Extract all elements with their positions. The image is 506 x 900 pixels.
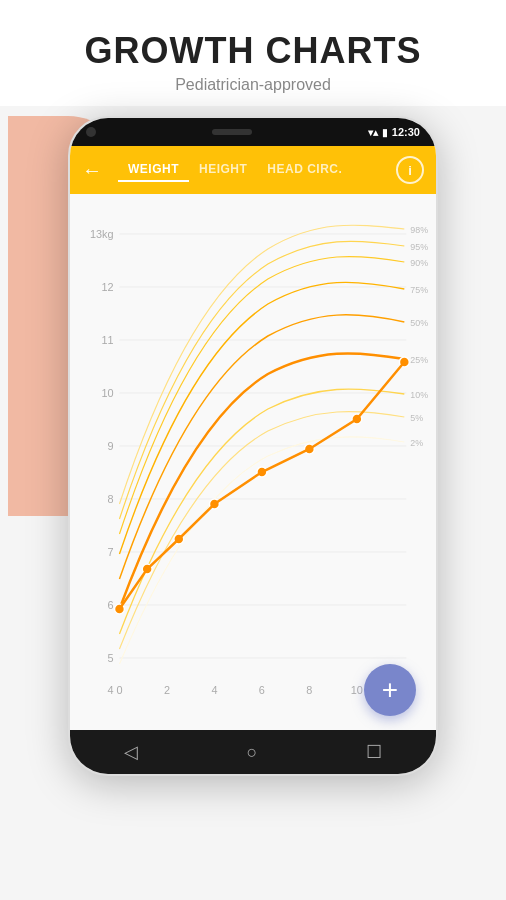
svg-text:4: 4 xyxy=(107,684,113,696)
svg-text:10: 10 xyxy=(351,684,363,696)
svg-text:4: 4 xyxy=(211,684,217,696)
tab-height[interactable]: HEIGHT xyxy=(189,158,257,182)
add-entry-button[interactable]: + xyxy=(364,664,416,716)
svg-text:6: 6 xyxy=(107,599,113,611)
phone-frame: ▾▴ ▮ 12:30 ← WEIGHT HEIGHT HEAD CIRC. i xyxy=(68,116,438,776)
svg-text:0: 0 xyxy=(116,684,122,696)
svg-text:95%: 95% xyxy=(410,242,428,252)
speaker xyxy=(212,129,252,135)
tab-weight[interactable]: WEIGHT xyxy=(118,158,189,182)
wifi-icon: ▾▴ xyxy=(368,127,378,138)
svg-text:90%: 90% xyxy=(410,258,428,268)
page-header: GROWTH CHARTS Pediatrician-approved xyxy=(0,0,506,106)
chart-container: 13kg 12 11 10 9 8 7 6 5 4 0 2 4 6 8 10 1… xyxy=(70,194,436,730)
status-bar: ▾▴ ▮ 12:30 xyxy=(70,118,436,146)
info-button[interactable]: i xyxy=(396,156,424,184)
nav-home-button[interactable]: ○ xyxy=(247,742,258,763)
svg-text:12: 12 xyxy=(101,281,113,293)
app-toolbar: ← WEIGHT HEIGHT HEAD CIRC. i xyxy=(70,146,436,194)
svg-text:8: 8 xyxy=(306,684,312,696)
svg-text:98%: 98% xyxy=(410,225,428,235)
plus-icon: + xyxy=(382,674,398,706)
svg-text:7: 7 xyxy=(107,546,113,558)
svg-text:13kg: 13kg xyxy=(90,228,114,240)
tab-head-circ[interactable]: HEAD CIRC. xyxy=(257,158,352,182)
clock: 12:30 xyxy=(392,126,420,138)
nav-back-button[interactable]: ◁ xyxy=(124,741,138,763)
phone-wrapper: ▾▴ ▮ 12:30 ← WEIGHT HEIGHT HEAD CIRC. i xyxy=(68,116,438,776)
status-right: ▾▴ ▮ 12:30 xyxy=(368,126,420,138)
svg-text:10: 10 xyxy=(101,387,113,399)
svg-text:5: 5 xyxy=(107,652,113,664)
svg-text:2: 2 xyxy=(164,684,170,696)
back-button[interactable]: ← xyxy=(82,159,102,182)
svg-text:50%: 50% xyxy=(410,318,428,328)
nav-bar: ◁ ○ ☐ xyxy=(70,730,436,774)
svg-text:5%: 5% xyxy=(410,413,423,423)
svg-text:10%: 10% xyxy=(410,390,428,400)
svg-text:8: 8 xyxy=(107,493,113,505)
svg-text:11: 11 xyxy=(101,334,113,346)
growth-chart-svg: 13kg 12 11 10 9 8 7 6 5 4 0 2 4 6 8 10 1… xyxy=(70,194,436,730)
toolbar-tabs: WEIGHT HEIGHT HEAD CIRC. xyxy=(118,158,396,182)
camera-icon xyxy=(86,127,96,137)
svg-text:9: 9 xyxy=(107,440,113,452)
battery-icon: ▮ xyxy=(382,127,388,138)
svg-text:6: 6 xyxy=(259,684,265,696)
svg-text:25%: 25% xyxy=(410,355,428,365)
svg-text:75%: 75% xyxy=(410,285,428,295)
svg-text:2%: 2% xyxy=(410,438,423,448)
page-subtitle: Pediatrician-approved xyxy=(20,76,486,94)
nav-recent-button[interactable]: ☐ xyxy=(366,741,382,763)
page-title: GROWTH CHARTS xyxy=(20,30,486,72)
